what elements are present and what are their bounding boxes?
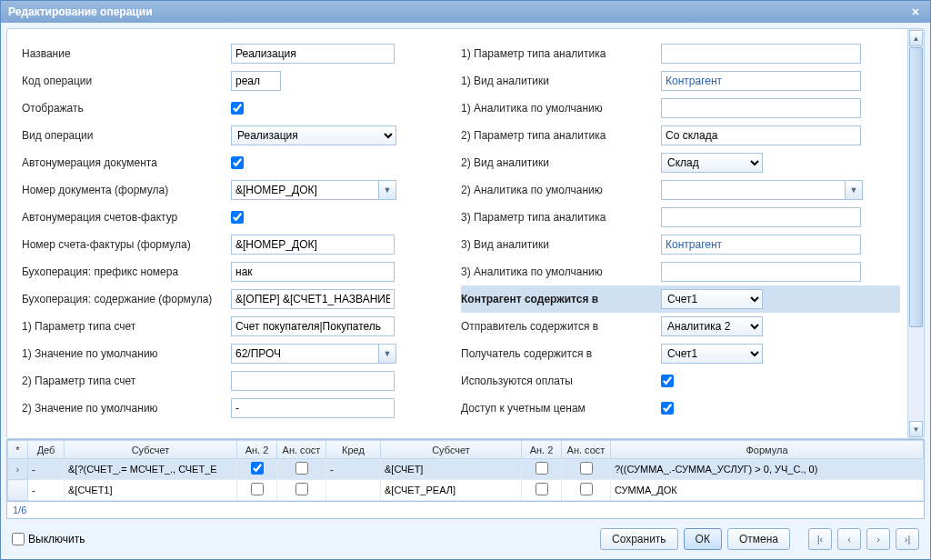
val2-def-input[interactable] — [231, 398, 395, 418]
cell-deb[interactable]: - — [28, 459, 65, 480]
col-deb[interactable]: Деб — [28, 441, 65, 459]
label-val1-def: 1) Значение по умолчанию — [22, 347, 231, 360]
label-param2-acct: 2) Параметр типа счет — [22, 375, 231, 387]
table-row[interactable]: - &[СЧЕТ1] &[СЧЕТ_РЕАЛ] СУММА_ДОК — [8, 480, 924, 501]
receiver-in-select[interactable]: Счет1 — [661, 344, 763, 364]
scroll-down-icon[interactable]: ▼ — [909, 421, 923, 437]
nav-first-button[interactable]: |‹ — [808, 528, 832, 550]
label-buh-content: Бухоперация: содержание (формула) — [22, 293, 231, 305]
buh-content-input[interactable] — [231, 289, 395, 309]
sfnum-input[interactable] — [231, 235, 395, 255]
cell-ansb[interactable] — [562, 459, 611, 480]
cell-sub1[interactable]: &[?(СЧЕТ_.= МСЧЕТ_., СЧЕТ_Е — [65, 459, 237, 480]
label-p2-kind: 2) Вид аналитики — [461, 156, 661, 169]
cell-sub1[interactable]: &[СЧЕТ1] — [65, 480, 237, 501]
access-prices-checkbox[interactable] — [661, 402, 674, 415]
cell-ansa[interactable] — [277, 480, 326, 501]
val1-def-input[interactable] — [231, 344, 378, 364]
label-p1-kind: 1) Вид аналитики — [461, 75, 661, 87]
cell-kred[interactable]: - — [326, 459, 381, 480]
label-autonum-doc: Автонумерация документа — [22, 156, 231, 169]
row-indicator-icon: › — [16, 465, 19, 475]
param2-acct-input[interactable] — [231, 371, 395, 391]
param1-acct-input[interactable] — [231, 316, 395, 336]
chevron-down-icon[interactable]: ▼ — [378, 344, 396, 364]
name-input[interactable] — [231, 44, 395, 64]
col-sub1[interactable]: Субсчет — [65, 441, 237, 459]
cell-sub2[interactable]: &[СЧЕТ] — [381, 459, 522, 480]
cell-an2b[interactable] — [522, 459, 562, 480]
label-p1-def: 1) Аналитика по умолчанию — [461, 102, 661, 115]
detail-grid: * Деб Субсчет Ан. 2 Ан. сост Кред Субсче… — [6, 439, 925, 502]
col-an2b[interactable]: Ан. 2 — [522, 441, 562, 459]
p1-kind-input[interactable] — [661, 71, 861, 91]
save-button[interactable]: Сохранить — [600, 528, 678, 550]
cell-formula[interactable]: ?((СУММА_.-СУММА_УСЛУГ) > 0, УЧ_С., 0) — [611, 459, 924, 480]
kontragent-in-select[interactable]: Счет1 — [661, 289, 763, 309]
nav-next-button[interactable]: › — [866, 528, 890, 550]
docnum-input[interactable] — [231, 180, 378, 200]
autonum-sf-checkbox[interactable] — [231, 211, 244, 224]
label-p1-type: 1) Параметр типа аналитика — [461, 47, 661, 60]
p2-kind-select[interactable]: Склад — [661, 153, 763, 173]
p3-kind-input[interactable] — [661, 235, 861, 255]
p3-def-input[interactable] — [661, 262, 861, 282]
cell-an2b[interactable] — [522, 480, 562, 501]
table-row[interactable]: › - &[?(СЧЕТ_.= МСЧЕТ_., СЧЕТ_Е - &[СЧЕТ… — [8, 459, 924, 480]
kind-select[interactable]: Реализация — [231, 125, 396, 145]
display-checkbox[interactable] — [231, 102, 244, 115]
p1-def-input[interactable] — [661, 98, 861, 118]
scroll-thumb[interactable] — [909, 47, 923, 327]
label-p2-type: 2) Параметр типа аналитика — [461, 129, 661, 142]
buh-prefix-input[interactable] — [231, 262, 395, 282]
label-sender-in: Отправитель содержится в — [461, 320, 661, 333]
disable-checkbox[interactable] — [12, 533, 25, 545]
nav-prev-button[interactable]: ‹ — [837, 528, 861, 550]
sender-in-select[interactable]: Аналитика 2 — [661, 316, 763, 336]
vertical-scrollbar[interactable]: ▲ ▼ — [907, 29, 924, 438]
cell-kred[interactable] — [326, 480, 381, 501]
col-sub2[interactable]: Субсчет — [381, 441, 522, 459]
cell-formula[interactable]: СУММА_ДОК — [611, 480, 924, 501]
payments-checkbox[interactable] — [661, 375, 674, 387]
p3-type-input[interactable] — [661, 207, 861, 227]
label-autonum-sf: Автонумерация счетов-фактур — [22, 211, 231, 224]
cell-ansb[interactable] — [562, 480, 611, 501]
label-val2-def: 2) Значение по умолчанию — [22, 402, 231, 415]
label-display: Отображать — [22, 102, 231, 115]
cancel-button[interactable]: Отмена — [727, 528, 790, 550]
label-p3-kind: 3) Вид аналитики — [461, 238, 661, 251]
label-receiver-in: Получатель содержится в — [461, 347, 661, 360]
code-input[interactable] — [231, 71, 281, 91]
chevron-down-icon[interactable]: ▼ — [845, 180, 863, 200]
cell-deb[interactable]: - — [28, 480, 65, 501]
p1-type-input[interactable] — [661, 44, 861, 64]
col-kred[interactable]: Кред — [326, 441, 381, 459]
p2-def-input[interactable] — [661, 180, 845, 200]
label-p2-def: 2) Аналитика по умолчанию — [461, 184, 661, 196]
cell-an2a[interactable] — [237, 480, 277, 501]
label-p3-def: 3) Аналитика по умолчанию — [461, 265, 661, 278]
label-p3-type: 3) Параметр типа аналитика — [461, 211, 661, 224]
col-an2a[interactable]: Ан. 2 — [237, 441, 277, 459]
col-ansa[interactable]: Ан. сост — [277, 441, 326, 459]
p2-type-input[interactable] — [661, 125, 861, 145]
col-formula[interactable]: Формула — [611, 441, 924, 459]
cell-ansa[interactable] — [277, 459, 326, 480]
disable-label: Выключить — [28, 533, 85, 545]
label-sfnum: Номер счета-фактуры (формула) — [22, 238, 231, 251]
label-payments: Используются оплаты — [461, 375, 661, 387]
scroll-up-icon[interactable]: ▲ — [909, 30, 923, 46]
nav-last-button[interactable]: ›| — [896, 528, 919, 550]
ok-button[interactable]: ОК — [684, 528, 722, 550]
col-ansb[interactable]: Ан. сост — [562, 441, 611, 459]
cell-an2a[interactable] — [237, 459, 277, 480]
grid-corner[interactable]: * — [8, 441, 28, 459]
autonum-doc-checkbox[interactable] — [231, 156, 244, 169]
cell-sub2[interactable]: &[СЧЕТ_РЕАЛ] — [381, 480, 522, 501]
window-title: Редактирование операции — [8, 5, 153, 18]
close-icon[interactable]: × — [908, 5, 923, 19]
label-code: Код операции — [22, 75, 231, 87]
label-buh-prefix: Бухоперация: префикс номера — [22, 265, 231, 278]
chevron-down-icon[interactable]: ▼ — [378, 180, 396, 200]
